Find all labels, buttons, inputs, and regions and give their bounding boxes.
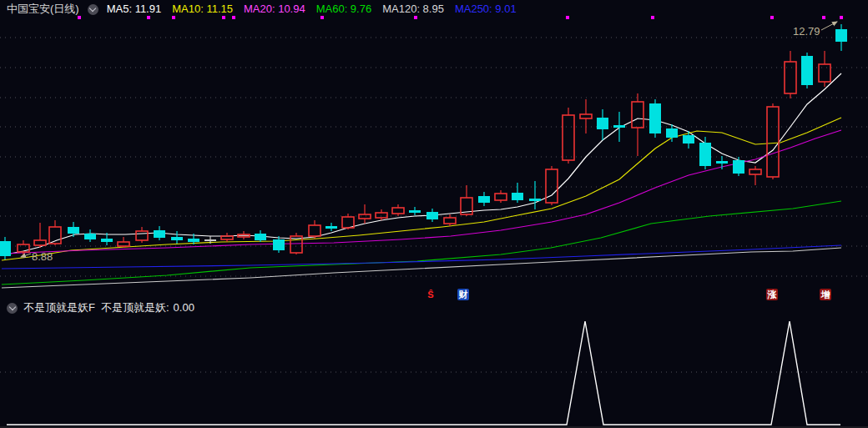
candle-body — [529, 199, 541, 201]
candle-body — [563, 115, 574, 160]
candle-body — [221, 236, 233, 239]
ma-legend-MA5: MA5: 11.91 — [107, 3, 162, 16]
holding-increase-flag-badge[interactable]: 增 — [820, 289, 831, 300]
event-dot — [651, 16, 654, 19]
candle-body — [444, 218, 456, 224]
candle-body — [801, 56, 813, 85]
event-dot — [78, 16, 81, 19]
candle-body — [171, 237, 183, 240]
event-dot — [822, 16, 825, 19]
candle-body — [326, 226, 337, 229]
candle-body — [785, 62, 796, 93]
candle-body — [342, 217, 354, 228]
candle-body — [716, 161, 728, 164]
event-dot — [320, 16, 324, 19]
stock-chart-window: 12.798.88 中国宝安(日线) MA5: 11.91MA10: 11.15… — [0, 0, 868, 428]
candle-body — [478, 196, 490, 203]
event-dot — [172, 16, 175, 19]
candle-body — [767, 107, 779, 177]
symbol-title: 中国宝安(日线) — [7, 3, 79, 16]
ma-line-MA120 — [2, 248, 841, 288]
event-dot — [840, 16, 843, 19]
candle-body — [188, 239, 199, 242]
annotation-arrow — [821, 22, 837, 30]
indicator-readout-label: 不是顶就是妖: — [101, 301, 169, 315]
candle-body — [309, 225, 320, 236]
event-dot — [232, 16, 235, 19]
candle-body — [666, 128, 678, 138]
candle-body — [68, 227, 79, 234]
indicator-readout-value: 0.00 — [174, 301, 194, 315]
candle-body — [613, 125, 625, 128]
limit-up-flag-badge[interactable]: 涨 — [766, 289, 778, 300]
candle-body — [34, 240, 46, 245]
candle-body — [512, 193, 523, 200]
candle-body — [749, 169, 761, 174]
ma-legend-MA20: MA20: 10.94 — [244, 3, 305, 16]
collapse-chevron-icon[interactable] — [88, 4, 98, 15]
event-dot — [222, 16, 225, 19]
candle-body — [204, 239, 216, 241]
event-dot — [770, 16, 774, 19]
indicator-line — [7, 321, 840, 425]
candle-body — [426, 212, 438, 219]
candle-body — [649, 103, 661, 133]
candle-body — [580, 114, 592, 118]
candle-body — [597, 118, 608, 129]
indicator-panel-header: 不是顶就是妖F 不是顶就是妖: 0.00 — [7, 301, 194, 315]
candle-body — [101, 239, 113, 242]
candlestick-chart-canvas[interactable]: 12.798.88 — [0, 0, 868, 428]
candle-body — [136, 231, 148, 240]
candle-body — [683, 135, 694, 144]
ma-legend: MA5: 11.91MA10: 11.15MA20: 10.94MA60: 9.… — [107, 3, 517, 16]
candle-body — [376, 213, 387, 218]
candle-body — [699, 143, 711, 166]
candle-body — [835, 29, 847, 42]
candle-body — [273, 239, 285, 250]
indicator-collapse-chevron-icon[interactable] — [7, 303, 18, 314]
candle-body — [84, 234, 96, 239]
chart-header: 中国宝安(日线) MA5: 11.91MA10: 11.15MA20: 10.9… — [7, 3, 517, 16]
candle-body — [546, 169, 558, 203]
ma-line-MA60 — [2, 201, 841, 284]
report-flag-badge[interactable]: 财 — [457, 289, 469, 300]
indicator-name: 不是顶就是妖F — [23, 301, 95, 315]
event-dot — [414, 16, 417, 19]
price-annotation: 8.88 — [32, 250, 53, 263]
ma-legend-MA10: MA10: 11.15 — [172, 3, 233, 16]
candle-body — [733, 160, 744, 174]
candle-body — [495, 194, 507, 200]
price-annotation: 12.79 — [793, 25, 820, 38]
ma-legend-MA250: MA250: 9.01 — [455, 3, 517, 16]
event-dot — [566, 16, 569, 19]
ma-line-MA10 — [2, 118, 841, 260]
candle-body — [118, 242, 129, 246]
candle-body — [0, 241, 11, 256]
candle-body — [632, 102, 643, 128]
ma-legend-MA120: MA120: 8.95 — [382, 3, 444, 16]
candle-body — [392, 208, 404, 214]
ma-line-MA20 — [2, 130, 841, 254]
candle-body — [154, 230, 165, 238]
candle-body — [409, 210, 421, 213]
dividend-flag-badge[interactable]: Ŝ — [425, 289, 437, 300]
ma-legend-MA60: MA60: 9.76 — [316, 3, 372, 16]
ma-line-MA5 — [2, 73, 841, 255]
event-dot — [147, 16, 150, 19]
candle-body — [255, 234, 266, 240]
candle-body — [819, 64, 830, 82]
